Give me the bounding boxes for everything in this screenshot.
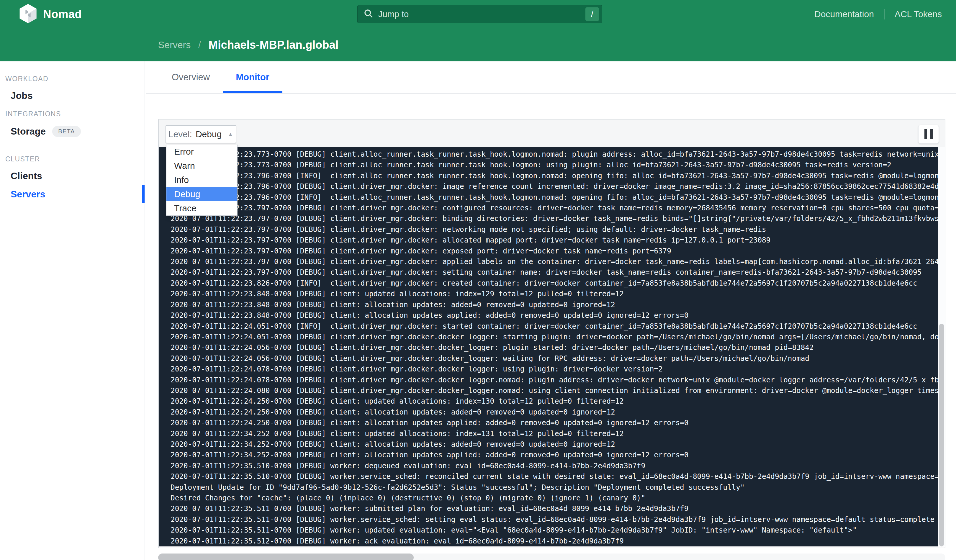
log-line: 2020-07-01T11:22:23.796-0700 [INFO] clie…: [171, 192, 938, 203]
log-line: Desired Changes for "cache": (place 0) (…: [171, 493, 938, 503]
log-line: 2020-07-01T11:22:23.797-0700 [DEBUG] cli…: [171, 267, 938, 278]
sidebar-item-label: Jobs: [11, 90, 33, 101]
breadcrumb-bar: Servers / Michaels-MBP.lan.global: [0, 28, 956, 61]
search-icon: [363, 9, 374, 20]
log-line: 2020-07-01T11:22:23.848-0700 [DEBUG] cli…: [171, 299, 938, 310]
breadcrumb: Servers / Michaels-MBP.lan.global: [158, 39, 338, 51]
sidebar-item-clients[interactable]: Clients: [11, 170, 42, 181]
level-option-error[interactable]: Error: [167, 145, 237, 159]
brand[interactable]: Nomad: [19, 3, 82, 25]
log-line: 2020-07-01T11:22:23.848-0700 [DEBUG] cli…: [171, 289, 938, 299]
log-line: 2020-07-01T11:22:35.511-0700 [DEBUG] wor…: [171, 525, 938, 535]
level-label: Level:: [168, 129, 192, 139]
log-line: 2020-07-01T11:22:24.051-0700 [DEBUG] cli…: [171, 332, 938, 342]
sidebar-item-servers[interactable]: Servers: [11, 189, 45, 200]
tab-label: Overview: [172, 72, 210, 83]
sidebar-section-integrations: INTEGRATIONS: [5, 110, 61, 118]
level-value: Debug: [196, 129, 222, 139]
log-line: Deployment Update for ID "9dd7af96-5ad0-…: [171, 482, 938, 493]
sidebar-item-jobs[interactable]: Jobs: [11, 90, 33, 101]
nomad-ui-page: Nomad Jump to / Documentation ACL Tokens…: [0, 0, 956, 560]
nav-links: Documentation ACL Tokens: [814, 0, 942, 28]
log-line: 2020-07-01T11:22:23.826-0700 [INFO] clie…: [171, 278, 938, 289]
level-option-trace[interactable]: Trace: [167, 201, 237, 216]
log-line: 2020-07-01T11:22:23.773-0700 [DEBUG] cli…: [171, 160, 938, 170]
sidebar-active-indicator: [142, 185, 145, 203]
log-horizontal-scrollbar[interactable]: [158, 554, 945, 560]
log-vertical-scrollbar[interactable]: [938, 147, 945, 546]
acl-tokens-link[interactable]: ACL Tokens: [895, 9, 942, 19]
tab-monitor[interactable]: Monitor: [223, 61, 282, 93]
log-line: 2020-07-01T11:22:24.078-0700 [DEBUG] cli…: [171, 364, 938, 374]
sidebar-item-label: Clients: [11, 170, 42, 181]
log-line: 2020-07-01T11:22:23.797-0700 [DEBUG] cli…: [171, 235, 938, 245]
sidebar-item-label: Servers: [11, 189, 45, 200]
log-line: 2020-07-01T11:22:35.512-0700 [DEBUG] wor…: [171, 536, 938, 546]
tab-overview[interactable]: Overview: [159, 61, 223, 93]
top-nav: Nomad Jump to / Documentation ACL Tokens: [0, 0, 956, 28]
beta-badge: BETA: [52, 126, 81, 137]
level-option-info[interactable]: Info: [167, 173, 237, 187]
log-line: 2020-07-01T11:22:34.252-0700 [DEBUG] cli…: [171, 428, 938, 439]
log-line: 2020-07-01T11:22:24.250-0700 [DEBUG] cli…: [171, 407, 938, 417]
search-placeholder: Jump to: [378, 9, 585, 19]
log-line: 2020-07-01T11:22:35.511-0700 [DEBUG] wor…: [171, 514, 938, 525]
sidebar-section-cluster: CLUSTER: [5, 155, 40, 163]
log-level-dropdown-menu: Error Warn Info Debug Trace: [166, 145, 237, 216]
log-line: 2020-07-01T11:22:23.848-0700 [DEBUG] cli…: [171, 310, 938, 321]
log-line: 2020-07-01T11:22:24.250-0700 [DEBUG] cli…: [171, 417, 938, 428]
log-line: 2020-07-01T11:22:35.510-0700 [DEBUG] wor…: [171, 471, 938, 482]
main-content: Overview Monitor Level: Debug ▲ 2020-07-…: [146, 61, 956, 560]
log-line: 2020-07-01T11:22:24.078-0700 [DEBUG] cli…: [171, 375, 938, 385]
sidebar: WORKLOAD Jobs INTEGRATIONS Storage BETA …: [0, 61, 145, 560]
log-line: 2020-07-01T11:22:23.797-0700 [DEBUG] cli…: [171, 203, 938, 213]
pause-icon: [925, 129, 927, 139]
nomad-logo-icon: [19, 3, 37, 25]
log-line: 2020-07-01T11:22:23.773-0700 [DEBUG] cli…: [171, 149, 938, 160]
log-line: 2020-07-01T11:22:35.511-0700 [DEBUG] wor…: [171, 503, 938, 514]
log-toolbar: Level: Debug ▲: [159, 120, 945, 147]
vertical-scrollbar-thumb[interactable]: [939, 324, 944, 546]
sidebar-section-workload: WORKLOAD: [5, 75, 49, 83]
log-line: 2020-07-01T11:22:24.080-0700 [DEBUG] cli…: [171, 385, 938, 396]
breadcrumb-separator: /: [198, 40, 201, 50]
level-option-warn[interactable]: Warn: [167, 159, 237, 173]
log-line: 2020-07-01T11:22:23.797-0700 [DEBUG] cli…: [171, 213, 938, 224]
documentation-link[interactable]: Documentation: [814, 9, 874, 19]
log-window[interactable]: 2020-07-01T11:22:23.773-0700 [DEBUG] cli…: [159, 147, 938, 546]
log-line: 2020-07-01T11:22:24.051-0700 [INFO] clie…: [171, 321, 938, 332]
chevron-up-icon: ▲: [228, 131, 233, 138]
log-line: 2020-07-01T11:22:35.510-0700 [DEBUG] wor…: [171, 461, 938, 471]
sidebar-item-storage[interactable]: Storage BETA: [11, 126, 81, 137]
log-line: 2020-07-01T11:22:23.796-0700 [INFO] clie…: [171, 170, 938, 181]
search-shortcut-key: /: [585, 7, 599, 21]
log-line: 2020-07-01T11:22:23.797-0700 [DEBUG] cli…: [171, 246, 938, 256]
pause-log-button[interactable]: [918, 125, 939, 144]
sidebar-divider: [5, 150, 139, 150]
breadcrumb-servers-link[interactable]: Servers: [158, 39, 190, 50]
log-lines: 2020-07-01T11:22:23.773-0700 [DEBUG] cli…: [159, 147, 938, 546]
log-line: 2020-07-01T11:22:24.056-0700 [DEBUG] cli…: [171, 342, 938, 353]
log-line: 2020-07-01T11:22:23.796-0700 [DEBUG] cli…: [171, 181, 938, 192]
monitor-log-panel: Level: Debug ▲ 2020-07-01T11:22:23.773-0…: [158, 119, 945, 548]
log-line: 2020-07-01T11:22:24.056-0700 [DEBUG] cli…: [171, 353, 938, 364]
tab-bar: Overview Monitor: [146, 61, 956, 94]
horizontal-scrollbar-thumb[interactable]: [158, 554, 414, 560]
sidebar-item-label: Storage: [11, 126, 46, 137]
log-line: 2020-07-01T11:22:34.252-0700 [DEBUG] cli…: [171, 450, 938, 460]
page-title: Michaels-MBP.lan.global: [209, 39, 339, 51]
jump-to-search[interactable]: Jump to /: [357, 5, 602, 23]
log-line: 2020-07-01T11:22:34.252-0700 [DEBUG] cli…: [171, 439, 938, 450]
log-level-dropdown-button[interactable]: Level: Debug ▲: [165, 125, 236, 143]
tab-label: Monitor: [236, 72, 269, 83]
brand-name: Nomad: [43, 8, 82, 20]
nav-links-divider: [884, 9, 885, 19]
log-line: 2020-07-01T11:22:23.797-0700 [DEBUG] cli…: [171, 224, 938, 235]
log-line: 2020-07-01T11:22:24.250-0700 [DEBUG] cli…: [171, 396, 938, 407]
log-line: 2020-07-01T11:22:23.797-0700 [DEBUG] cli…: [171, 256, 938, 267]
level-option-debug[interactable]: Debug: [167, 187, 237, 201]
